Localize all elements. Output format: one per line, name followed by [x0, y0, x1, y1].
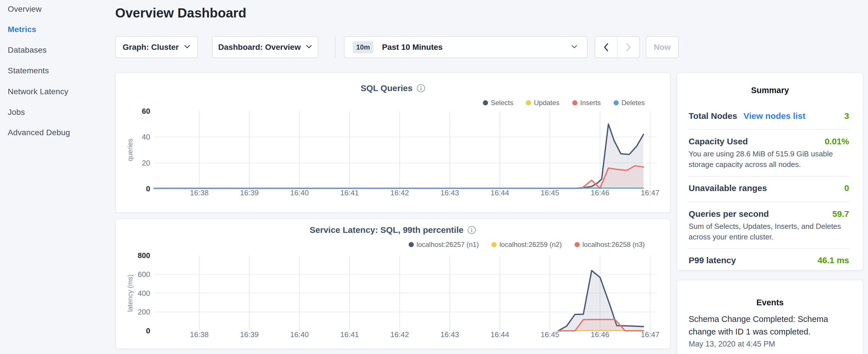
event-item-timestamp: May 13, 2020 at 4:45 PM [689, 340, 775, 349]
events-title: Events [677, 298, 863, 307]
x-tick-label: 16:41 [340, 330, 359, 339]
sql-queries-chart-plot[interactable]: 16:3816:3916:4016:4116:4216:4316:4416:45… [116, 73, 671, 214]
time-range-badge: 10m [353, 41, 373, 53]
x-tick-label: 16:44 [491, 330, 509, 339]
controls-divider [335, 37, 336, 58]
x-tick-label: 16:47 [641, 330, 659, 339]
capacity-used-label: Capacity Used [689, 137, 748, 147]
y-axis-unit-label: queries [126, 139, 134, 161]
sidebar-item-overview[interactable]: Overview [8, 3, 41, 15]
total-nodes-value: 3 [844, 111, 849, 121]
unavailable-ranges-label: Unavailable ranges [689, 183, 767, 193]
x-tick-label: 16:43 [440, 189, 459, 197]
x-tick-label: 16:47 [641, 189, 659, 197]
x-tick-label: 16:44 [491, 189, 509, 197]
x-tick-label: 16:39 [240, 330, 259, 339]
y-tick-label: 800 [138, 251, 150, 260]
divider [689, 202, 849, 202]
summary-row-qps: Queries per second 59.7 [689, 209, 849, 219]
chevron-right-icon [626, 43, 631, 52]
series-area-Selects [154, 124, 643, 189]
event-item-text[interactable]: Schema Change Completed: Schema change w… [689, 313, 850, 338]
series-line-Selects [154, 124, 643, 188]
chevron-down-icon [571, 45, 577, 50]
chevron-down-icon [184, 45, 190, 50]
chevron-left-icon [603, 43, 609, 52]
chevron-down-icon [306, 45, 312, 50]
y-tick-label: 400 [138, 289, 150, 297]
capacity-used-value: 0.01% [825, 137, 849, 147]
y-tick-label: 200 [138, 308, 150, 316]
time-step-back-button[interactable] [595, 37, 617, 58]
time-step-buttons [595, 36, 640, 58]
time-step-forward-button[interactable] [617, 37, 639, 58]
divider [689, 176, 849, 177]
x-tick-label: 16:42 [390, 189, 409, 197]
dashboard-dropdown[interactable]: Dashboard: Overview [212, 36, 318, 58]
p99-latency-label: P99 latency [689, 255, 736, 265]
queries-per-second-label: Queries per second [689, 209, 769, 219]
x-tick-label: 16:40 [290, 330, 309, 339]
summary-row-unavailable-ranges: Unavailable ranges 0 [689, 183, 849, 193]
view-nodes-list-link[interactable]: View nodes list [743, 111, 805, 121]
summary-row-capacity: Capacity Used 0.01% [689, 137, 849, 147]
app-root: Overview Metrics Databases Statements Ne… [0, 0, 868, 354]
total-nodes-label: Total Nodes [689, 111, 737, 121]
divider [689, 129, 849, 130]
x-tick-label: 16:42 [390, 330, 409, 339]
sidebar-item-statements[interactable]: Statements [8, 65, 49, 76]
x-tick-label: 16:41 [340, 189, 359, 197]
p99-latency-value: 46.1 ms [817, 255, 849, 265]
y-tick-label: 600 [138, 270, 150, 279]
dashboard-dropdown-label: Dashboard: Overview [218, 43, 301, 52]
x-tick-label: 16:38 [190, 330, 209, 339]
x-tick-label: 16:40 [290, 189, 309, 197]
time-range-label: Past 10 Minutes [382, 43, 571, 52]
series-area-Inserts [154, 166, 643, 189]
sidebar-item-jobs[interactable]: Jobs [8, 106, 25, 118]
y-tick-label: 0 [146, 185, 150, 193]
sidebar-item-network-latency[interactable]: Network Latency [8, 86, 68, 97]
service-latency-chart-plot[interactable]: 16:3816:3916:4016:4116:4216:4316:4416:45… [116, 219, 671, 350]
summary-row-p99-latency: P99 latency 46.1 ms [689, 255, 849, 265]
divider [689, 248, 849, 249]
x-tick-label: 16:45 [541, 189, 559, 197]
unavailable-ranges-value: 0 [844, 183, 849, 193]
time-range-selector[interactable]: 10m Past 10 Minutes [344, 36, 587, 58]
sidebar: Overview Metrics Databases Statements Ne… [0, 0, 115, 354]
summary-row-total-nodes: Total Nodes View nodes list 3 [689, 111, 849, 121]
sql-queries-card: SQL Queries SelectsUpdatesInsertsDeletes… [115, 72, 671, 213]
sidebar-item-databases[interactable]: Databases [8, 44, 47, 56]
y-axis-unit-label: latency (ms) [126, 275, 134, 312]
now-button[interactable]: Now [646, 36, 679, 58]
x-tick-label: 16:45 [541, 330, 559, 339]
sidebar-item-advanced-debug[interactable]: Advanced Debug [8, 127, 70, 138]
x-tick-label: 16:43 [440, 330, 459, 339]
page-title: Overview Dashboard [115, 5, 246, 21]
y-tick-label: 20 [142, 159, 150, 167]
x-tick-label: 16:39 [240, 189, 259, 197]
service-latency-card: Service Latency: SQL, 99th percentile lo… [115, 219, 671, 349]
series-line-Inserts [154, 166, 643, 189]
y-tick-label: 60 [142, 107, 150, 116]
graph-dropdown-label: Graph: Cluster [123, 43, 179, 52]
y-tick-label: 40 [142, 133, 150, 141]
qps-description: Sum of Selects, Updates, Inserts, and De… [689, 221, 854, 242]
x-tick-label: 16:46 [591, 189, 609, 197]
sidebar-item-metrics[interactable]: Metrics [8, 24, 36, 35]
graph-dropdown[interactable]: Graph: Cluster [115, 36, 198, 58]
summary-title: Summary [677, 86, 863, 95]
capacity-used-description: You are using 28.6 MiB of 515.9 GiB usab… [689, 149, 854, 170]
x-tick-label: 16:46 [591, 330, 609, 339]
y-tick-label: 0 [146, 326, 150, 335]
events-panel: Events Schema Change Completed: Schema c… [677, 280, 863, 354]
queries-per-second-value: 59.7 [833, 209, 849, 219]
x-tick-label: 16:38 [190, 189, 209, 197]
summary-panel: Summary Total Nodes View nodes list 3 Ca… [677, 72, 863, 271]
